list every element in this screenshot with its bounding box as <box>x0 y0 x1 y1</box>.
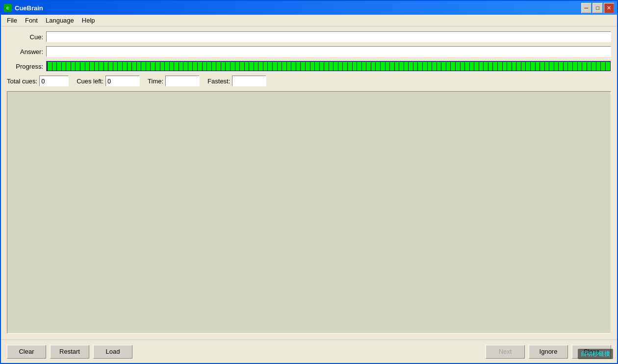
progress-segment <box>376 62 380 71</box>
progress-segment <box>52 62 57 71</box>
progress-segment <box>174 62 179 71</box>
progress-segment <box>160 62 165 71</box>
progress-segment <box>536 62 540 71</box>
progress-segment <box>521 62 526 71</box>
progress-segment <box>503 62 507 71</box>
stats-row: Total cues: Cues left: Time: Fastest: <box>7 75 611 87</box>
load-button[interactable]: Load <box>93 345 132 359</box>
progress-segment <box>334 62 338 71</box>
answer-input[interactable] <box>46 46 611 57</box>
time-group: Time: <box>148 76 200 86</box>
progress-segment <box>498 62 502 71</box>
progress-segment <box>193 62 197 71</box>
progress-segment <box>526 62 530 71</box>
menu-file[interactable]: File <box>3 16 21 25</box>
progress-segment <box>573 62 577 71</box>
progress-segment <box>404 62 409 71</box>
progress-segment <box>357 62 361 71</box>
progress-segment <box>329 62 334 71</box>
next-button[interactable]: Next <box>486 345 525 359</box>
progress-segment <box>95 62 99 71</box>
progress-segment <box>545 62 549 71</box>
progress-segment <box>484 62 488 71</box>
close-button[interactable]: Close <box>572 345 611 359</box>
progress-segment <box>188 62 193 71</box>
progress-segment <box>432 62 437 71</box>
menu-language[interactable]: Language <box>42 16 78 25</box>
progress-segment <box>249 62 254 71</box>
menu-font[interactable]: Font <box>21 16 42 25</box>
progress-segment <box>606 62 610 71</box>
progress-segment <box>465 62 469 71</box>
progress-segment <box>437 62 441 71</box>
progress-segment <box>216 62 221 71</box>
progress-segment <box>343 62 347 71</box>
progress-segment <box>315 62 319 71</box>
progress-segment <box>183 62 188 71</box>
progress-segment <box>324 62 329 71</box>
fastest-group: Fastest: <box>207 76 266 86</box>
progress-segment <box>90 62 94 71</box>
progress-segment <box>151 62 155 71</box>
answer-row: Answer: <box>7 45 611 58</box>
progress-segment <box>531 62 535 71</box>
svg-text:C: C <box>6 6 9 10</box>
progress-label: Progress: <box>7 63 46 70</box>
app-icon: C <box>4 4 12 12</box>
progress-segment <box>137 62 141 71</box>
fastest-input[interactable] <box>232 76 266 86</box>
title-bar: C CueBrain ─ □ ✕ <box>1 1 617 15</box>
ignore-button[interactable]: Ignore <box>529 345 568 359</box>
cue-input[interactable] <box>46 31 611 42</box>
progress-segment <box>104 62 108 71</box>
minimize-button[interactable]: ─ <box>581 3 592 13</box>
progress-segment <box>540 62 544 71</box>
cue-row: Cue: <box>7 30 611 43</box>
progress-row: Progress: <box>7 60 611 73</box>
progress-fill <box>47 61 611 71</box>
window-close-button[interactable]: ✕ <box>604 3 614 13</box>
restart-button[interactable]: Restart <box>50 345 89 359</box>
progress-segment <box>456 62 460 71</box>
progress-segment <box>362 62 366 71</box>
progress-segment <box>516 62 521 71</box>
progress-segment <box>85 62 90 71</box>
progress-segment <box>306 62 310 71</box>
progress-segment <box>245 62 249 71</box>
progress-segment <box>559 62 563 71</box>
progress-segment <box>386 62 390 71</box>
total-cues-input[interactable] <box>39 76 69 86</box>
progress-segment <box>348 62 352 71</box>
progress-segment <box>320 62 324 71</box>
restore-button[interactable]: □ <box>592 3 603 13</box>
progress-segment <box>366 62 371 71</box>
progress-segment <box>118 62 122 71</box>
cues-left-group: Cues left: <box>77 76 140 86</box>
progress-segment <box>587 62 592 71</box>
progress-segment <box>381 62 385 71</box>
progress-segment <box>170 62 174 71</box>
progress-segment <box>596 62 601 71</box>
progress-segment <box>592 62 596 71</box>
progress-segment <box>470 62 474 71</box>
progress-segment <box>423 62 427 71</box>
progress-segment <box>48 62 52 71</box>
progress-segment <box>76 62 80 71</box>
menu-help[interactable]: Help <box>78 16 99 25</box>
total-cues-label: Total cues: <box>7 78 39 85</box>
progress-segment <box>310 62 315 71</box>
time-input[interactable] <box>165 76 200 86</box>
progress-segment <box>235 62 240 71</box>
window-controls[interactable]: ─ □ ✕ <box>581 3 614 13</box>
progress-bar <box>46 61 611 72</box>
progress-segment <box>263 62 268 71</box>
progress-segment <box>240 62 244 71</box>
cues-left-input[interactable] <box>105 76 140 86</box>
progress-segment <box>578 62 582 71</box>
clear-button[interactable]: Clear <box>7 345 46 359</box>
progress-segment <box>221 62 226 71</box>
progress-segment <box>146 62 151 71</box>
progress-segment <box>132 62 136 71</box>
progress-segment <box>353 62 357 71</box>
time-label: Time: <box>148 78 165 85</box>
